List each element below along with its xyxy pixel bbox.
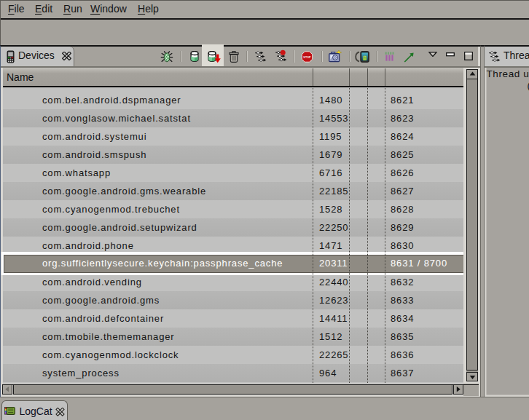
svg-text:STOP: STOP: [303, 55, 311, 58]
